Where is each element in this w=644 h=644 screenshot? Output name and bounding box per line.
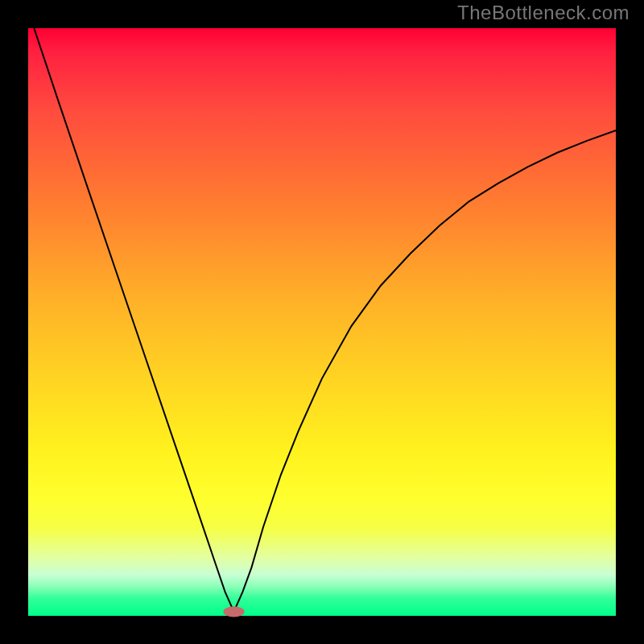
chart-svg — [28, 28, 616, 616]
curve-right-branch — [234, 130, 617, 612]
chart-frame: TheBottleneck.com — [0, 0, 644, 644]
watermark-label: TheBottleneck.com — [457, 2, 630, 24]
chart-plot-area — [28, 28, 616, 616]
curve-left-branch — [34, 28, 233, 612]
curve-minimum-marker — [223, 606, 244, 617]
